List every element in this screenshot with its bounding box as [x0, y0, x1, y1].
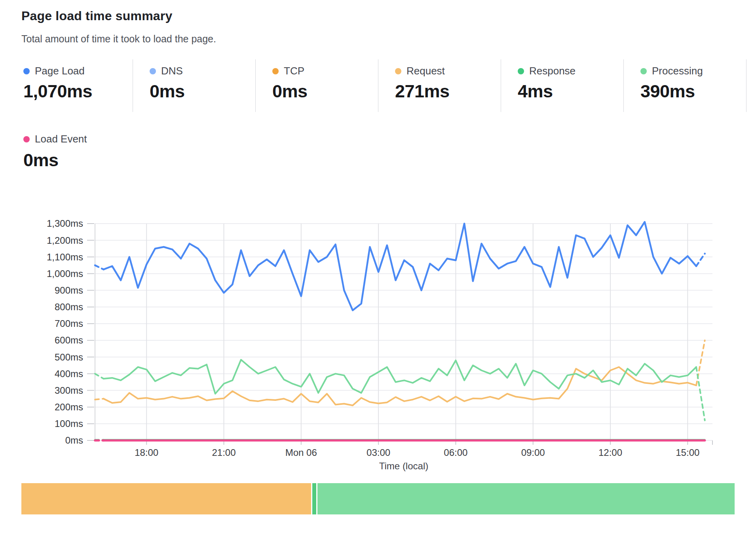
y-axis-tick-label: 100ms: [55, 418, 83, 429]
chart-grid: 0ms100ms200ms300ms400ms500ms600ms700ms80…: [47, 218, 712, 458]
y-axis-tick-label: 600ms: [55, 335, 83, 345]
timeline-segment-green[interactable]: [317, 483, 735, 514]
timeline-segment-green-dark[interactable]: [312, 483, 316, 514]
x-axis-title: Time (local): [379, 461, 428, 471]
status-timeline-bar: [21, 483, 735, 514]
series-page-load: [95, 222, 705, 310]
x-axis-tick-label: Mon 06: [285, 447, 317, 458]
series-request: [95, 340, 705, 405]
y-axis-tick-label: 400ms: [55, 368, 83, 379]
y-axis-tick-label: 800ms: [55, 302, 83, 312]
x-axis-tick-label: 21:00: [212, 447, 236, 458]
x-axis-tick-label: 12:00: [598, 447, 622, 458]
timeline-segment-orange[interactable]: [21, 483, 311, 514]
y-axis-tick-label: 700ms: [55, 318, 83, 329]
x-axis-tick-label: 18:00: [135, 447, 158, 458]
page-load-time-chart[interactable]: 0ms100ms200ms300ms400ms500ms600ms700ms80…: [0, 0, 756, 535]
y-axis-tick-label: 300ms: [55, 385, 83, 396]
y-axis-tick-label: 1,000ms: [47, 268, 83, 279]
y-axis-tick-label: 200ms: [55, 402, 83, 412]
x-axis-tick-label: 15:00: [676, 447, 699, 458]
y-axis-tick-label: 1,200ms: [47, 235, 83, 246]
y-axis-tick-label: 900ms: [55, 285, 83, 296]
x-axis-tick-label: 09:00: [521, 447, 545, 458]
x-axis-tick-label: 06:00: [444, 447, 467, 458]
x-axis-tick-label: 03:00: [367, 447, 390, 458]
y-axis-tick-label: 500ms: [55, 352, 83, 362]
y-axis-tick-label: 1,100ms: [47, 252, 83, 262]
y-axis-tick-label: 1,300ms: [47, 218, 83, 229]
y-axis-tick-label: 0ms: [65, 435, 83, 446]
